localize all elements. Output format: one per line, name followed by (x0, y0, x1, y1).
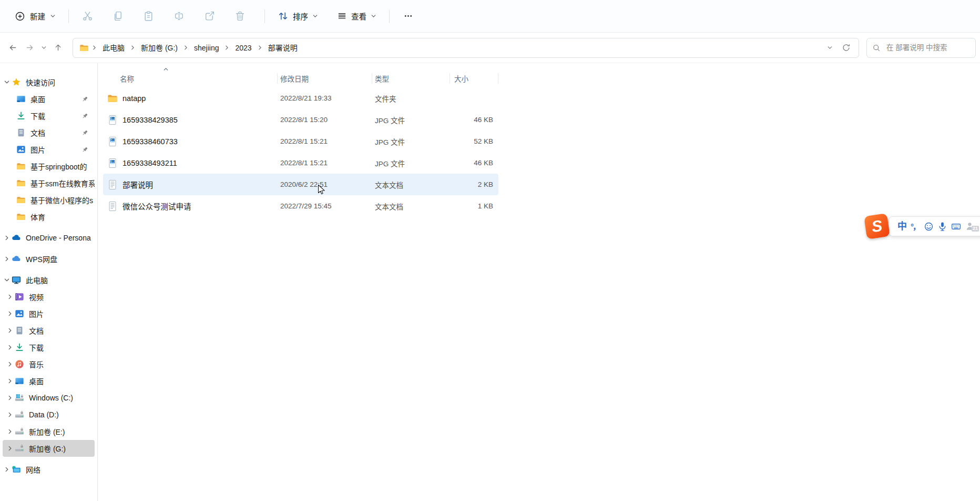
sidebar-item-label: 网络 (26, 464, 40, 475)
sogou-logo[interactable]: S (864, 213, 890, 239)
sort-button[interactable]: 排序 (271, 6, 324, 26)
sidebar-item-videos[interactable]: 视频 (3, 288, 95, 305)
sidebar-item-documents-pinned[interactable]: 文档 (3, 124, 95, 141)
ime-punctuation-button[interactable]: °， (911, 223, 920, 231)
sidebar-item-ssm-folder[interactable]: 基于ssm在线教育系 (3, 175, 95, 192)
rename-button[interactable] (167, 6, 191, 26)
sidebar-item-label: 基于springboot的 (30, 161, 87, 172)
pictures-icon (15, 309, 24, 318)
file-row-wechat-test-apply[interactable]: 微信公众号测试申请 2022/7/29 15:45 文本文档 1 KB (103, 195, 498, 217)
cut-button[interactable] (75, 6, 99, 26)
copy-button[interactable] (106, 6, 130, 26)
file-row-jpg-2[interactable]: 1659338460733 2022/8/1 15:21 JPG 文件 52 K… (103, 131, 498, 152)
music-icon (15, 359, 24, 369)
sidebar-item-wechat-miniapp-folder[interactable]: 基于微信小程序的s (3, 192, 95, 208)
chevron-down-icon (827, 45, 833, 51)
sidebar-item-sports-folder[interactable]: 体育 (3, 208, 95, 225)
desktop-icon (16, 94, 26, 104)
chevron-collapsed-icon (7, 294, 13, 300)
sidebar-item-documents[interactable]: 文档 (3, 322, 95, 339)
address-bar[interactable]: 此电脑 新加卷 (G:) shejiing 2023 部署说明 (73, 38, 859, 58)
ime-account-badge: 21 (972, 226, 979, 232)
sidebar-item-drive-e[interactable]: 新加卷 (E:) (3, 423, 95, 440)
more-options-button[interactable] (396, 6, 420, 26)
drive-icon (15, 427, 24, 436)
file-row-natapp[interactable]: natapp 2022/8/21 19:33 文件夹 (103, 87, 498, 109)
sidebar-item-springboot-folder[interactable]: 基于springboot的 (3, 158, 95, 175)
breadcrumb-shejiing[interactable]: shejiing (189, 41, 223, 55)
sidebar-item-desktop-pinned[interactable]: 桌面 (3, 91, 95, 107)
sidebar-item-pictures[interactable]: 图片 (3, 305, 95, 322)
column-header-size[interactable]: 大小 (450, 73, 498, 84)
view-button[interactable]: 查看 (331, 6, 383, 26)
clipboard-icon (143, 11, 154, 22)
back-button[interactable] (4, 39, 21, 56)
column-header-name[interactable]: 名称 (103, 73, 278, 84)
ime-voice-button[interactable] (937, 222, 947, 232)
sidebar-item-label: 图片 (29, 308, 44, 319)
search-box[interactable] (866, 38, 976, 58)
sidebar-item-onedrive[interactable]: OneDrive - Persona (3, 229, 95, 246)
scissors-icon (82, 11, 93, 22)
delete-button[interactable] (228, 6, 252, 26)
ime-chinese-mode-button[interactable]: 中 (897, 222, 907, 231)
ime-keyboard-button[interactable] (951, 222, 961, 232)
sidebar-item-drive-c[interactable]: Windows (C:) (3, 389, 95, 406)
chevron-collapsed-icon (7, 378, 13, 384)
paste-button[interactable] (136, 6, 160, 26)
address-dropdown-button[interactable] (824, 39, 835, 56)
refresh-button[interactable] (838, 39, 854, 56)
text-file-icon (107, 179, 118, 190)
sidebar-item-downloads-pinned[interactable]: 下载 (3, 107, 95, 124)
windows-drive-icon (15, 393, 24, 403)
sidebar-item-label: 基于微信小程序的s (30, 195, 93, 205)
drive-icon (15, 444, 24, 453)
file-row-jpg-1[interactable]: 1659338429385 2022/8/1 15:20 JPG 文件 46 K… (103, 109, 498, 131)
breadcrumb-chevron-icon (224, 45, 230, 51)
breadcrumb-current-folder[interactable]: 部署说明 (263, 41, 302, 55)
smiley-icon (924, 222, 934, 232)
sidebar-item-label: 新加卷 (G:) (29, 443, 66, 454)
column-header-date-modified[interactable]: 修改日期 (278, 73, 372, 84)
sidebar-item-music[interactable]: 音乐 (3, 356, 95, 373)
sogou-logo-letter: S (871, 217, 884, 236)
folder-icon (16, 178, 26, 188)
toolbar-separator (68, 9, 69, 23)
sidebar-item-wps-cloud[interactable]: WPS网盘 (3, 250, 95, 267)
sidebar-item-pictures-pinned[interactable]: 图片 (3, 141, 95, 158)
chevron-collapsed-icon (7, 310, 13, 317)
text-file-icon (107, 201, 118, 212)
toolbar-separator (389, 9, 390, 23)
file-row-deploy-notes-selected[interactable]: 部署说明 2020/6/2 22:51 文本文档 2 KB (103, 174, 498, 195)
ime-emoji-button[interactable] (924, 222, 934, 232)
sidebar-item-quick-access[interactable]: 快速访问 (3, 74, 95, 91)
sidebar-item-drive-d[interactable]: Data (D:) (3, 406, 95, 423)
ime-account-button[interactable]: 21 (965, 221, 976, 232)
column-header-row: 名称 修改日期 类型 大小 (103, 71, 980, 86)
search-input[interactable] (885, 43, 970, 52)
file-list-pane: 名称 修改日期 类型 大小 natapp 2022/8/21 19:33 文件夹… (98, 63, 980, 501)
document-icon (15, 326, 24, 335)
sidebar-item-desktop[interactable]: 桌面 (3, 373, 95, 389)
sidebar-item-downloads[interactable]: 下载 (3, 339, 95, 356)
sidebar-item-this-pc[interactable]: 此电脑 (3, 272, 95, 288)
breadcrumb-this-pc[interactable]: 此电脑 (98, 41, 129, 55)
keyboard-icon (951, 222, 961, 232)
file-type: JPG 文件 (372, 136, 450, 147)
up-button[interactable] (49, 39, 66, 56)
chevron-collapsed-icon (7, 361, 13, 367)
file-size: 52 KB (450, 137, 498, 145)
sidebar-item-network[interactable]: 网络 (3, 461, 95, 478)
share-button[interactable] (197, 6, 221, 26)
sidebar-item-drive-g-selected[interactable]: 新加卷 (G:) (3, 440, 95, 457)
breadcrumb-drive-g[interactable]: 新加卷 (G:) (136, 41, 182, 55)
forward-button[interactable] (21, 39, 38, 56)
new-button[interactable]: 新建 (8, 6, 62, 26)
breadcrumb-chevron-icon (257, 45, 263, 51)
breadcrumb-2023[interactable]: 2023 (230, 41, 256, 55)
onedrive-cloud-icon (12, 233, 21, 243)
file-size: 2 KB (450, 181, 498, 188)
recent-locations-button[interactable] (38, 39, 49, 56)
file-row-jpg-3[interactable]: 1659338493211 2022/8/1 15:21 JPG 文件 46 K… (103, 152, 498, 174)
column-header-type[interactable]: 类型 (372, 73, 450, 84)
